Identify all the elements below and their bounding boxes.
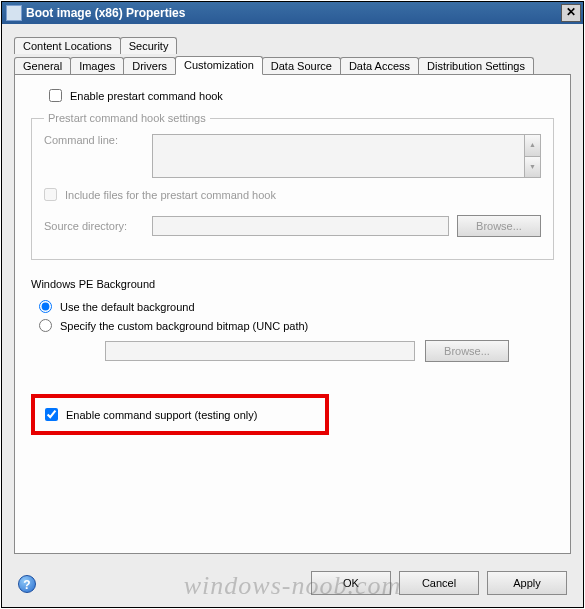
tab-data-source[interactable]: Data Source xyxy=(262,57,341,74)
include-files-checkbox xyxy=(44,188,57,201)
tab-distribution-settings[interactable]: Distribution Settings xyxy=(418,57,534,74)
tab-data-access[interactable]: Data Access xyxy=(340,57,419,74)
source-dir-input xyxy=(152,216,449,236)
scroll-down-icon: ▼ xyxy=(525,157,540,178)
tab-drivers[interactable]: Drivers xyxy=(123,57,176,74)
window-sys-icon xyxy=(6,5,22,21)
source-dir-label: Source directory: xyxy=(44,220,144,232)
tab-strip: Content Locations Security General Image… xyxy=(14,34,571,74)
close-button[interactable]: ✕ xyxy=(561,4,581,22)
ok-button[interactable]: OK xyxy=(311,571,391,595)
bg-custom-label[interactable]: Specify the custom background bitmap (UN… xyxy=(60,320,308,332)
tab-customization[interactable]: Customization xyxy=(175,56,263,75)
enable-prestart-checkbox[interactable] xyxy=(49,89,62,102)
include-files-label: Include files for the prestart command h… xyxy=(65,189,276,201)
command-line-label: Command line: xyxy=(44,134,144,146)
highlight-box: Enable command support (testing only) xyxy=(31,394,329,435)
apply-button[interactable]: Apply xyxy=(487,571,567,595)
bg-path-input xyxy=(105,341,415,361)
dialog-button-bar: OK Cancel Apply xyxy=(311,571,567,595)
bg-browse-button: Browse... xyxy=(425,340,509,362)
prestart-fieldset: Prestart command hook settings Command l… xyxy=(31,112,554,260)
window-title: Boot image (x86) Properties xyxy=(26,6,185,20)
bg-custom-radio[interactable] xyxy=(39,319,52,332)
command-line-input xyxy=(152,134,524,178)
title-bar: Boot image (x86) Properties ✕ xyxy=(2,2,583,24)
pe-background-title: Windows PE Background xyxy=(31,278,554,290)
tab-security[interactable]: Security xyxy=(120,37,178,54)
scroll-up-icon: ▲ xyxy=(525,135,540,157)
prestart-browse-button: Browse... xyxy=(457,215,541,237)
enable-command-support-checkbox[interactable] xyxy=(45,408,58,421)
enable-prestart-label[interactable]: Enable prestart command hook xyxy=(70,90,223,102)
command-line-scrollbar: ▲ ▼ xyxy=(524,134,541,178)
prestart-legend: Prestart command hook settings xyxy=(44,112,210,124)
properties-window: Boot image (x86) Properties ✕ Content Lo… xyxy=(1,1,584,608)
bg-default-label[interactable]: Use the default background xyxy=(60,301,195,313)
bg-default-radio[interactable] xyxy=(39,300,52,313)
cancel-button[interactable]: Cancel xyxy=(399,571,479,595)
content-area: Content Locations Security General Image… xyxy=(2,24,583,607)
tab-content-locations[interactable]: Content Locations xyxy=(14,37,121,54)
tab-general[interactable]: General xyxy=(14,57,71,74)
enable-command-support-label[interactable]: Enable command support (testing only) xyxy=(66,409,257,421)
help-icon[interactable]: ? xyxy=(18,575,36,593)
tab-panel-customization: Enable prestart command hook Prestart co… xyxy=(14,74,571,554)
tab-images[interactable]: Images xyxy=(70,57,124,74)
